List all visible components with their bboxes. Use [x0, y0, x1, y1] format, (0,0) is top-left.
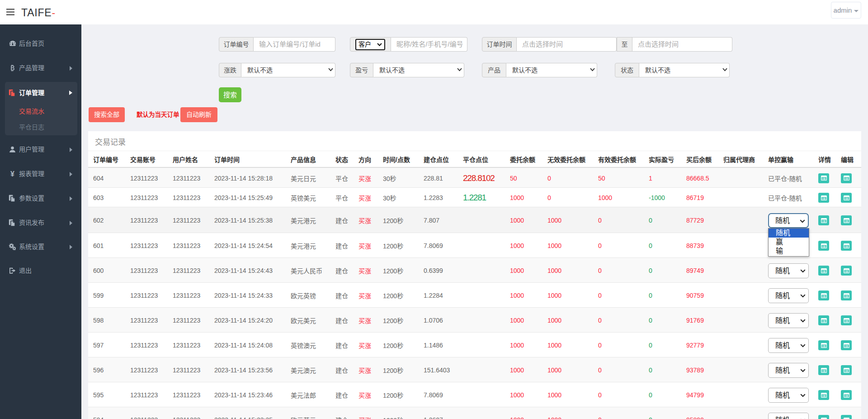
svg-text:¥: ¥	[10, 170, 14, 177]
